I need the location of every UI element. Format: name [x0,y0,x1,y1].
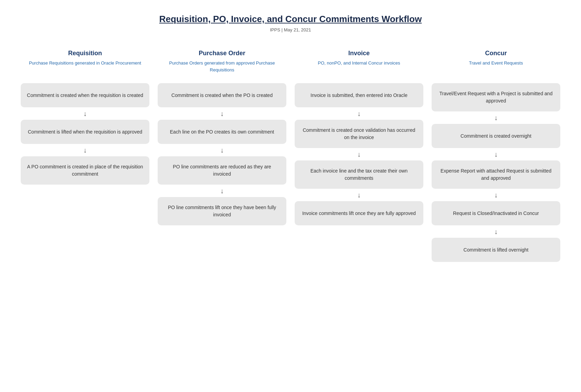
column-subtitle-invoice: PO, nonPO, and Internal Concur invoices [318,60,400,75]
column-title-invoice: Invoice [348,50,370,57]
arrow-invoice-2: ↓ [357,192,361,198]
column-subtitle-concur: Travel and Event Requests [469,60,523,75]
step-box-requisition-1: Commitment is lifted when the requisitio… [21,120,149,144]
step-box-purchase-order-1: Each line on the PO creates its own comm… [158,120,286,144]
arrow-invoice-0: ↓ [357,110,361,117]
arrow-concur-1: ↓ [494,151,498,158]
column-title-concur: Concur [485,50,507,57]
step-box-purchase-order-2: PO line commitments are reduced as they … [158,156,286,185]
column-concur: ConcurTravel and Event RequestsTravel/Ev… [432,50,560,262]
arrow-invoice-1: ↓ [357,151,361,158]
step-box-invoice-1: Commitment is created once validation ha… [295,120,423,148]
column-subtitle-purchase-order: Purchase Orders generated from approved … [158,60,286,75]
step-box-invoice-3: Invoice commitments lift once they are f… [295,201,423,225]
step-box-concur-3: Request is Closed/Inactivated in Concur [432,201,560,225]
step-box-concur-2: Expense Report with attached Request is … [432,160,560,189]
columns-container: RequisitionPurchase Requisitions generat… [21,50,560,262]
step-box-requisition-2: A PO commitment is created in place of t… [21,156,149,185]
step-box-purchase-order-3: PO line commitments lift once they have … [158,197,286,225]
column-title-requisition: Requisition [68,50,102,57]
arrow-purchase-order-0: ↓ [220,110,224,117]
step-box-concur-1: Commitment is created overnight [432,124,560,148]
column-subtitle-requisition: Purchase Requisitions generated in Oracl… [29,60,141,75]
arrow-concur-2: ↓ [494,192,498,198]
flow-steps-concur: Travel/Event Request with a Project is s… [432,83,560,262]
step-box-concur-0: Travel/Event Request with a Project is s… [432,83,560,111]
step-box-requisition-0: Commitment is created when the requisiti… [21,83,149,107]
column-requisition: RequisitionPurchase Requisitions generat… [21,50,149,262]
step-box-invoice-2: Each invoice line and the tax create the… [295,160,423,189]
arrow-purchase-order-1: ↓ [220,147,224,154]
flow-steps-requisition: Commitment is created when the requisiti… [21,83,149,185]
column-invoice: InvoicePO, nonPO, and Internal Concur in… [295,50,423,262]
column-title-purchase-order: Purchase Order [199,50,245,57]
arrow-purchase-order-2: ↓ [220,187,224,194]
column-purchase-order: Purchase OrderPurchase Orders generated … [158,50,286,262]
page-subtitle: IPPS | May 21, 2021 [21,27,560,32]
step-box-purchase-order-0: Commitment is created when the PO is cre… [158,83,286,107]
arrow-concur-3: ↓ [494,228,498,235]
step-box-concur-4: Commitment is lifted overnight [432,238,560,262]
arrow-requisition-1: ↓ [83,147,87,154]
page-header: Requisition, PO, Invoice, and Concur Com… [21,14,560,32]
flow-steps-invoice: Invoice is submitted, then entered into … [295,83,423,225]
arrow-concur-0: ↓ [494,114,498,121]
arrow-requisition-0: ↓ [83,110,87,117]
step-box-invoice-0: Invoice is submitted, then entered into … [295,83,423,107]
page-title: Requisition, PO, Invoice, and Concur Com… [21,14,560,24]
flow-steps-purchase-order: Commitment is created when the PO is cre… [158,83,286,225]
